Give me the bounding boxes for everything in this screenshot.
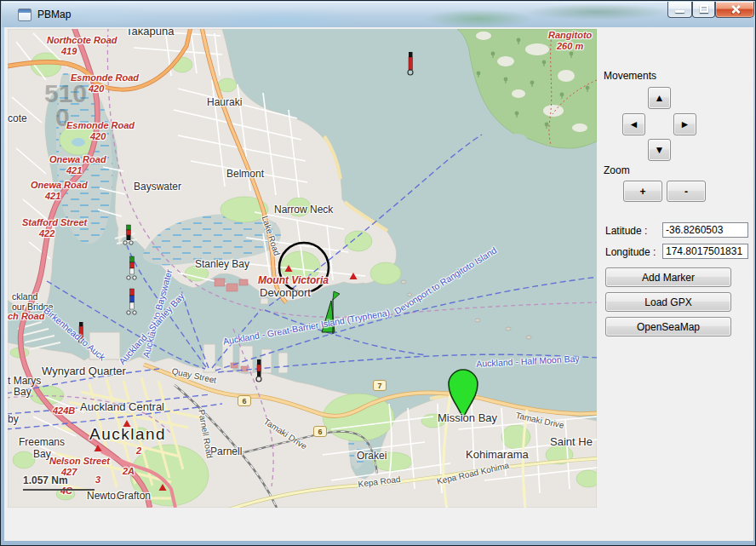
plus-icon: + bbox=[639, 186, 645, 198]
rangitoto-lagoon bbox=[505, 134, 527, 144]
latitude-label: Latitude : bbox=[605, 225, 647, 237]
load-gpx-label: Load GPX bbox=[644, 296, 691, 308]
down-arrow-icon: ▼ bbox=[655, 144, 665, 156]
minimize-button[interactable] bbox=[667, 2, 692, 18]
maximize-button[interactable] bbox=[692, 2, 715, 18]
minus-icon: - bbox=[684, 186, 688, 198]
move-down-button[interactable]: ▼ bbox=[648, 139, 671, 161]
latitude-input[interactable] bbox=[662, 222, 748, 238]
scale-bar bbox=[23, 489, 94, 491]
longitude-label: Longitude : bbox=[605, 246, 656, 258]
move-right-button[interactable]: ► bbox=[673, 113, 696, 135]
close-button[interactable] bbox=[715, 2, 754, 18]
load-gpx-button[interactable]: Load GPX bbox=[605, 292, 731, 312]
minimize-icon bbox=[675, 10, 684, 13]
client-area: 510 0 Takapuna Hauraki cote Bayswater Be… bbox=[4, 27, 753, 541]
route-shield-6a: 6 bbox=[238, 395, 251, 406]
left-arrow-icon: ◄ bbox=[629, 118, 639, 130]
pbmap-window: PBMap bbox=[0, 0, 756, 546]
map-canvas[interactable]: 510 0 Takapuna Hauraki cote Bayswater Be… bbox=[8, 29, 597, 508]
svg-text:0: 0 bbox=[55, 103, 70, 131]
maximize-icon bbox=[700, 5, 708, 13]
close-icon bbox=[730, 4, 741, 14]
route-shield-6b: 6 bbox=[313, 426, 327, 437]
add-marker-button[interactable]: Add Marker bbox=[605, 267, 731, 287]
route-shield-7: 7 bbox=[373, 380, 387, 391]
zoom-label: Zoom bbox=[604, 164, 630, 176]
app-icon bbox=[18, 9, 32, 21]
openseamap-label: OpenSeaMap bbox=[637, 321, 700, 333]
movements-label: Movements bbox=[604, 70, 656, 82]
move-left-button[interactable]: ◄ bbox=[622, 113, 645, 135]
scale-bar-label: 1.057 Nm bbox=[23, 474, 68, 486]
map-graphics: 510 0 bbox=[8, 29, 597, 508]
window-title: PBMap bbox=[37, 9, 71, 20]
openseamap-button[interactable]: OpenSeaMap bbox=[605, 317, 731, 336]
zoom-in-button[interactable]: + bbox=[623, 181, 662, 202]
add-marker-label: Add Marker bbox=[642, 272, 695, 284]
move-up-button[interactable]: ▲ bbox=[648, 87, 671, 109]
right-arrow-icon: ► bbox=[680, 118, 690, 130]
zoom-out-button[interactable]: - bbox=[667, 181, 706, 202]
longitude-input[interactable] bbox=[662, 244, 748, 259]
onepoto-pond bbox=[72, 138, 85, 147]
title-bar[interactable]: PBMap bbox=[2, 2, 754, 27]
up-arrow-icon: ▲ bbox=[655, 92, 665, 104]
